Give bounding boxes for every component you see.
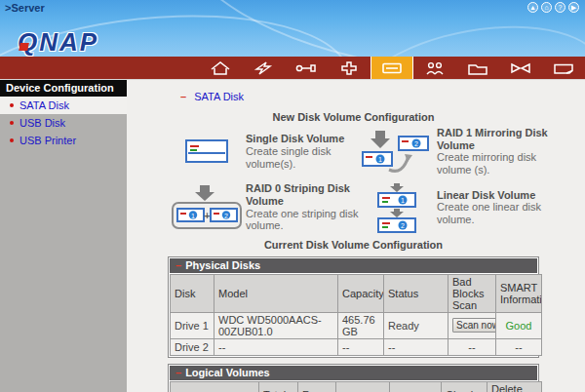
option-raid1-mirroring[interactable]: 2 1 RAID 1 Mirroring Disk Volume Create … <box>359 127 558 176</box>
red-dash-icon: – <box>176 367 181 378</box>
cell-status: Ready <box>384 312 448 338</box>
sidebar-item-label: USB Printer <box>20 135 76 146</box>
forward-icon[interactable]: ▶ <box>568 2 579 13</box>
col-header-disk: Disk <box>171 274 214 312</box>
logical-volumes-bar: –Logical Volumes <box>170 366 537 380</box>
single-disk-icon <box>168 137 246 166</box>
option-desc: Create mirroring disk volume (s). <box>437 151 558 176</box>
content: – SATA Disk New Disk Volume Configuratio… <box>127 80 585 392</box>
option-title: Single Disk Volume <box>246 133 359 145</box>
logical-volumes-table: –Logical Volumes Volume Total Size Free … <box>168 364 539 392</box>
main-toolbar <box>0 57 585 80</box>
col-header-bad-blocks: Bad Blocks Scan <box>448 274 496 312</box>
qnap-logo: QNAP <box>18 27 98 57</box>
svg-text:1: 1 <box>378 156 382 163</box>
svg-text:1: 1 <box>191 212 195 218</box>
sidebar-item-label: USB Disk <box>20 117 65 129</box>
current-config-heading: Current Disk Volume Configuration <box>168 239 539 251</box>
system-settings-icon[interactable] <box>285 57 328 79</box>
sidebar-item-label: SATA Disk <box>20 99 69 111</box>
table-row-drive1: Drive 1 WDC WD5000AACS-00ZUB01.0 465.76 … <box>171 312 542 338</box>
physical-disks-title: Physical Disks <box>185 259 260 271</box>
col-header-model: Model <box>214 274 338 312</box>
col-header-status: Status <box>336 381 390 392</box>
page-title-text: SATA Disk <box>194 91 244 102</box>
col-header-smart: SMART Information <box>496 274 542 312</box>
system-tools-icon[interactable] <box>499 57 542 79</box>
physical-disks-table: –Physical Disks Disk Model Capacity Stat… <box>168 256 539 358</box>
brand-text: QNAP <box>18 27 98 57</box>
logout-icon[interactable]: ▲ <box>527 2 538 13</box>
col-header-check-disk: Check Disk <box>442 381 488 392</box>
bullet-icon <box>10 103 14 107</box>
physical-disks-bar: –Physical Disks <box>170 258 537 273</box>
table-row-drive2: Drive 2 -- -- -- -- -- <box>171 338 542 355</box>
backup-icon[interactable] <box>542 57 585 79</box>
device-configuration-icon[interactable] <box>370 57 413 79</box>
user-management-icon[interactable] <box>413 57 456 79</box>
raid0-icon: 1 + 2 <box>168 183 246 232</box>
page-title: – SATA Disk <box>180 91 585 102</box>
home-icon[interactable]: ⌂ <box>541 2 552 13</box>
svg-text:+: + <box>205 211 211 221</box>
sidebar-item-usb-disk[interactable]: USB Disk <box>0 114 127 132</box>
scan-now-button[interactable]: Scan now <box>452 318 496 333</box>
svg-text:1: 1 <box>401 197 405 204</box>
qnap-admin-page: >Server QNAP ▲ ⌂ ? ▶ <box>0 0 585 392</box>
col-header-free-size: Free Size <box>298 381 336 392</box>
option-desc: Create one linear disk volume. <box>437 201 558 225</box>
option-title: RAID 1 Mirroring Disk Volume <box>437 127 558 151</box>
col-header-status: Status <box>384 274 448 312</box>
smart-status-badge: Good <box>496 312 542 338</box>
cell-scan: -- <box>448 338 496 355</box>
network-share-icon[interactable] <box>456 57 499 79</box>
sidebar-item-usb-printer[interactable]: USB Printer <box>0 132 127 149</box>
col-header-capacity: Capacity <box>338 274 384 312</box>
logo-accent <box>19 43 29 51</box>
linear-icon: 1 2 <box>359 182 437 233</box>
cell-capacity: -- <box>338 338 384 355</box>
sidebar-title: Device Configuration <box>0 80 127 97</box>
cell-model: -- <box>214 338 338 355</box>
breadcrumb: >Server <box>5 2 45 14</box>
help-icon[interactable]: ? <box>555 2 566 13</box>
red-dash-icon: – <box>180 91 186 102</box>
logical-volumes-title: Logical Volumes <box>185 367 270 378</box>
bullet-icon <box>10 138 14 142</box>
cell-status: -- <box>384 338 448 355</box>
option-desc: Create one striping disk volume. <box>246 208 359 232</box>
sidebar: Device Configuration SATA Disk USB Disk … <box>0 80 127 392</box>
body: Device Configuration SATA Disk USB Disk … <box>0 80 585 392</box>
option-title: RAID 0 Striping Disk Volume <box>246 182 359 207</box>
header: >Server QNAP ▲ ⌂ ? ▶ <box>0 0 585 57</box>
volume-options: Single Disk Volume Create single disk vo… <box>168 127 558 233</box>
cell-disk: Drive 1 <box>171 312 214 338</box>
col-header-total-size: Total Size <box>259 381 298 392</box>
option-single-disk-volume[interactable]: Single Disk Volume Create single disk vo… <box>168 127 359 176</box>
red-dash-icon: – <box>176 259 181 271</box>
svg-text:2: 2 <box>224 212 228 218</box>
raid1-icon: 2 1 <box>359 129 437 174</box>
option-raid0-striping[interactable]: 1 + 2 RAID 0 Striping Disk Volume Create… <box>168 182 359 233</box>
network-settings-icon[interactable] <box>328 57 370 79</box>
new-volume-heading: New Disk Volume Configuration <box>168 111 539 123</box>
col-header-volume: Volume <box>171 381 259 392</box>
svg-text:2: 2 <box>414 140 418 147</box>
option-desc: Create single disk volume(s). <box>246 145 359 170</box>
col-header-format: Format <box>390 381 442 392</box>
cell-capacity: 465.76 GB <box>338 312 384 338</box>
quick-configuration-icon[interactable] <box>242 57 285 79</box>
option-linear-volume[interactable]: 1 2 Linear Disk Volume Create one linear… <box>359 182 558 233</box>
bullet-icon <box>10 121 14 125</box>
option-title: Linear Disk Volume <box>437 189 558 202</box>
home-nav-icon[interactable] <box>199 57 242 79</box>
col-header-delete-volume: Delete Disk Volume <box>488 381 542 392</box>
topbar-icons: ▲ ⌂ ? ▶ <box>527 2 579 13</box>
svg-text:2: 2 <box>401 222 405 229</box>
cell-disk: Drive 2 <box>171 338 214 355</box>
cell-smart: -- <box>496 338 542 355</box>
cell-model: WDC WD5000AACS-00ZUB01.0 <box>214 312 338 338</box>
sidebar-item-sata-disk[interactable]: SATA Disk <box>0 97 127 114</box>
